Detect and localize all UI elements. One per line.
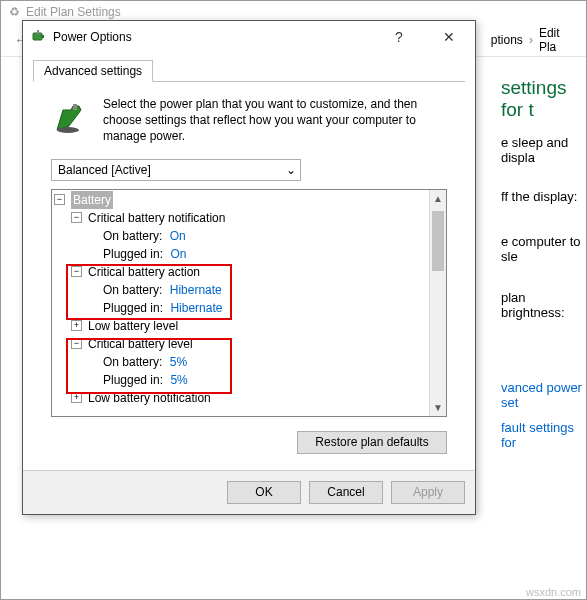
apply-button[interactable]: Apply (391, 481, 465, 504)
bg-brightness-label: plan brightness: (501, 290, 586, 320)
dialog-button-row: OK Cancel Apply (23, 470, 475, 514)
dialog-title: Power Options (53, 30, 371, 44)
bg-display-label: ff the display: (501, 189, 586, 204)
breadcrumb-part: Edit Pla (539, 26, 580, 54)
settings-tree[interactable]: −Battery −Critical battery notification … (52, 190, 429, 416)
chevron-right-icon: › (529, 33, 533, 47)
advanced-power-link[interactable]: vanced power set (501, 380, 586, 410)
expand-icon[interactable]: + (71, 392, 82, 403)
tree-value[interactable]: 5% (170, 371, 187, 389)
cancel-button[interactable]: Cancel (309, 481, 383, 504)
scroll-up-icon[interactable]: ▲ (430, 190, 446, 207)
svg-point-3 (57, 127, 79, 133)
collapse-icon[interactable]: − (71, 338, 82, 349)
tree-label: Plugged in: (103, 299, 163, 317)
tree-value[interactable]: On (170, 227, 186, 245)
scroll-down-icon[interactable]: ▼ (430, 399, 446, 416)
bg-title-text: Edit Plan Settings (26, 5, 121, 19)
recycle-icon: ♻ (9, 5, 20, 19)
power-options-dialog: Power Options ? ✕ Advanced settings Sele… (22, 20, 476, 515)
tree-battery[interactable]: Battery (71, 191, 113, 209)
power-plan-select[interactable]: Balanced [Active] ⌄ (51, 159, 301, 181)
power-plan-icon (51, 96, 91, 145)
restore-defaults-button[interactable]: Restore plan defaults (297, 431, 447, 454)
svg-rect-1 (42, 35, 44, 38)
tree-label: On battery: (103, 353, 162, 371)
breadcrumb-part: ptions (491, 33, 523, 47)
battery-icon (31, 28, 47, 47)
tree-value[interactable]: 5% (170, 353, 187, 371)
bg-heading: settings for t (501, 77, 586, 121)
tree-low-level[interactable]: Low battery level (88, 317, 178, 335)
collapse-icon[interactable]: − (71, 266, 82, 277)
tree-value[interactable]: Hibernate (170, 281, 222, 299)
breadcrumb[interactable]: ptions › Edit Pla (491, 26, 580, 54)
ok-button[interactable]: OK (227, 481, 301, 504)
scroll-track[interactable] (430, 207, 446, 399)
tree-label: On battery: (103, 281, 162, 299)
collapse-icon[interactable]: − (54, 194, 65, 205)
scroll-thumb[interactable] (432, 211, 444, 271)
close-button[interactable]: ✕ (427, 23, 471, 51)
tab-advanced-settings[interactable]: Advanced settings (33, 60, 153, 82)
chevron-down-icon: ⌄ (286, 163, 296, 177)
tree-crit-level[interactable]: Critical battery level (88, 335, 193, 353)
tree-label: Plugged in: (103, 371, 163, 389)
dialog-titlebar: Power Options ? ✕ (23, 21, 475, 53)
bg-subtext: e sleep and displa (501, 135, 586, 165)
restore-defaults-link[interactable]: fault settings for (501, 420, 586, 450)
settings-tree-container: −Battery −Critical battery notification … (51, 189, 447, 417)
tree-scrollbar[interactable]: ▲ ▼ (429, 190, 446, 416)
expand-icon[interactable]: + (71, 320, 82, 331)
plan-value: Balanced [Active] (58, 163, 151, 177)
tree-value[interactable]: On (170, 245, 186, 263)
tree-label: On battery: (103, 227, 162, 245)
tree-value[interactable]: Hibernate (170, 299, 222, 317)
collapse-icon[interactable]: − (71, 212, 82, 223)
tree-label: Plugged in: (103, 245, 163, 263)
watermark: wsxdn.com (526, 586, 581, 598)
svg-rect-0 (33, 33, 42, 40)
tree-crit-notify[interactable]: Critical battery notification (88, 209, 225, 227)
tabstrip: Advanced settings (33, 59, 465, 82)
help-button[interactable]: ? (377, 23, 421, 51)
bg-sleep-label: e computer to sle (501, 234, 586, 264)
svg-rect-2 (37, 30, 39, 34)
tree-crit-action[interactable]: Critical battery action (88, 263, 200, 281)
tree-low-notify[interactable]: Low battery notification (88, 389, 211, 407)
intro-text: Select the power plan that you want to c… (103, 96, 447, 145)
svg-rect-4 (73, 104, 77, 110)
